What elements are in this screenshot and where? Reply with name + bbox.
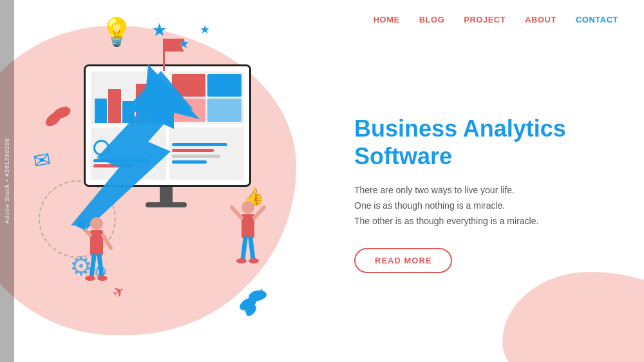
person-right (229, 200, 267, 277)
hero-desc-line2: One is as though nothing is a miracle. (354, 200, 505, 211)
illustration-area: 💡 ★ ★ ★ (0, 0, 335, 362)
svg-line-23 (251, 238, 253, 260)
nav-item-blog[interactable]: BLOG (419, 15, 445, 24)
svg-line-14 (91, 256, 94, 277)
nav: HOME BLOG PROJECT ABOUT CONTACT (374, 15, 618, 24)
growth-arrow (19, 58, 225, 251)
svg-point-18 (242, 201, 254, 214)
content-area: Business Analytics Software There are on… (335, 0, 644, 362)
watermark: Adobe Stock • #281390206 (0, 0, 14, 362)
hero-title: Business Analytics Software (354, 115, 612, 170)
svg-line-20 (232, 207, 242, 218)
read-more-button[interactable]: READ MORE (354, 248, 452, 273)
header: HOME BLOG PROJECT ABOUT CONTACT (0, 0, 644, 39)
svg-point-24 (236, 258, 247, 263)
watermark-text: Adobe Stock • #281390206 (4, 138, 10, 224)
main-container: 💡 ★ ★ ★ (0, 0, 644, 362)
svg-point-16 (85, 276, 95, 281)
nav-item-contact[interactable]: CONTACT (576, 15, 618, 24)
svg-line-22 (243, 238, 245, 260)
svg-line-15 (99, 256, 102, 277)
hero-desc-line3: The other is as though everything is a m… (354, 216, 538, 226)
nav-item-about[interactable]: ABOUT (525, 15, 556, 24)
svg-marker-12 (76, 221, 85, 230)
nav-item-home[interactable]: HOME (374, 15, 400, 24)
svg-point-9 (90, 217, 103, 230)
hero-description: There are only two ways to live your lif… (354, 183, 612, 229)
svg-rect-10 (90, 230, 103, 256)
person-left (76, 216, 118, 293)
leaves-icon-bottom (235, 275, 274, 317)
svg-point-25 (249, 258, 259, 263)
svg-line-13 (103, 235, 111, 248)
hero-desc-line1: There are only two ways to live your lif… (354, 185, 515, 195)
svg-line-21 (254, 207, 264, 218)
nav-item-project[interactable]: PROJECT (464, 15, 506, 24)
svg-point-17 (97, 276, 108, 281)
svg-rect-19 (242, 214, 254, 238)
